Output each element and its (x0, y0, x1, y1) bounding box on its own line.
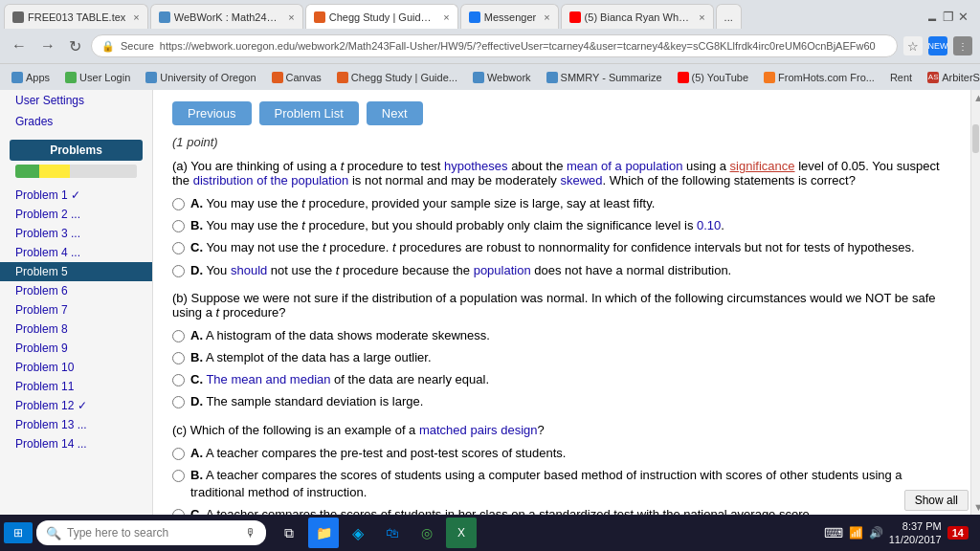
tab-close-icon[interactable]: × (288, 11, 294, 23)
tab-close-icon[interactable]: × (443, 11, 449, 23)
tab-chegg[interactable]: Chegg Study | Guided S... × (305, 4, 458, 29)
chrome-icon[interactable]: ◎ (412, 518, 442, 548)
back-button[interactable]: ← (8, 35, 31, 56)
bookmark-smmry[interactable]: SMMRY - Summarize (543, 70, 666, 85)
problem-item-2[interactable]: Problem 2 ... (0, 205, 152, 224)
sidebar-item-user-settings[interactable]: User Settings (0, 90, 152, 111)
tab-favicon (314, 11, 325, 23)
scroll-up-icon[interactable]: ▲ (971, 90, 980, 105)
problem-item-7[interactable]: Problem 7 (0, 300, 152, 320)
bookmark-icon (546, 72, 558, 83)
problem-item-5[interactable]: Problem 5 (0, 262, 152, 281)
radio-b1[interactable] (172, 330, 185, 342)
nav-buttons: Previous Problem List Next (172, 101, 951, 125)
window-controls: 🗕 ❐ ✕ (919, 10, 976, 24)
problem-item-6[interactable]: Problem 6 (0, 281, 152, 300)
bookmark-webwork[interactable]: Webwork (469, 70, 535, 85)
bookmark-label: Rent (890, 72, 912, 83)
bookmark-icon (678, 72, 689, 83)
show-all-button[interactable]: Show all (904, 490, 969, 511)
bookmark-youtube[interactable]: (5) YouTube (674, 70, 753, 85)
bookmark-label: User Login (79, 72, 130, 83)
problem-list-button[interactable]: Problem List (259, 101, 359, 125)
option-c1: A. A teacher compares the pre-test and p… (172, 445, 951, 462)
radio-b3[interactable] (172, 374, 185, 386)
refresh-button[interactable]: ↻ (65, 35, 85, 57)
tab-favicon (12, 11, 24, 23)
task-view-icon[interactable]: ⧉ (274, 518, 304, 548)
search-input[interactable] (67, 526, 239, 540)
problem-item-8[interactable]: Problem 8 (0, 320, 152, 339)
problem-item-3[interactable]: Problem 3 ... (0, 224, 152, 243)
bookmark-uoregon[interactable]: University of Oregon (142, 70, 259, 85)
extensions-icon[interactable]: ⋮ (953, 36, 972, 55)
keyboard-icon[interactable]: ⌨ (824, 525, 843, 540)
secure-label: Secure (121, 40, 154, 52)
tab-youtube[interactable]: (5) Bianca Ryan Why C... × (561, 4, 714, 29)
scroll-thumb[interactable] (972, 124, 979, 153)
taskbar: ⊞ 🔍 🎙 ⧉ 📁 ◈ 🛍 ◎ X ⌨ 📶 🔊 8:37 PM 11/20/20… (0, 515, 980, 551)
radio-c2[interactable] (172, 470, 185, 482)
problem-item-12[interactable]: Problem 12 ✓ (0, 396, 152, 415)
problem-item-13[interactable]: Problem 13 ... (0, 415, 152, 434)
tab-title: FREE013 TABLE.tex (28, 11, 125, 23)
edge-icon[interactable]: ◈ (343, 518, 373, 548)
radio-a1[interactable] (172, 198, 185, 210)
tab-close-icon[interactable]: × (699, 11, 704, 23)
next-button[interactable]: Next (367, 101, 423, 125)
option-b1-text: A. A histogram of the data shows moderat… (190, 327, 490, 344)
radio-a4[interactable] (172, 265, 185, 277)
radio-b2[interactable] (172, 352, 185, 364)
network-icon[interactable]: 📶 (849, 526, 863, 540)
volume-icon[interactable]: 🔊 (869, 526, 883, 540)
excel-icon[interactable]: X (446, 518, 477, 548)
file-manager-icon[interactable]: 📁 (308, 518, 339, 548)
tab-close-icon[interactable]: × (544, 11, 549, 23)
tab-close-icon[interactable]: × (133, 11, 139, 23)
tab-title: WeBWorK : Math243Fall (174, 11, 281, 23)
tab-webwork[interactable]: WeBWorK : Math243Fall × (150, 4, 303, 29)
tab-free013[interactable]: FREE013 TABLE.tex × (4, 4, 148, 29)
tab-more[interactable]: ... (716, 4, 742, 29)
taskbar-search[interactable]: 🔍 🎙 (36, 520, 266, 545)
problem-item-9[interactable]: Problem 9 (0, 339, 152, 358)
bookmark-rent[interactable]: Rent (886, 70, 916, 85)
bookmark-icon[interactable]: ☆ (903, 36, 923, 55)
previous-button[interactable]: Previous (172, 101, 252, 125)
minimize-icon[interactable]: 🗕 (926, 10, 939, 24)
problem-list: Problem 1 ✓ Problem 2 ... Problem 3 ... … (0, 182, 152, 457)
bookmark-icon (337, 72, 348, 83)
radio-a2[interactable] (172, 220, 185, 232)
bookmark-canvas[interactable]: Canvas (268, 70, 325, 85)
bookmark-label: Apps (26, 72, 50, 83)
radio-b4[interactable] (172, 396, 185, 408)
windows-icon: ⊞ (13, 526, 23, 540)
problem-item-11[interactable]: Problem 11 (0, 377, 152, 396)
bookmark-user-login[interactable]: User Login (61, 70, 134, 85)
scroll-down-icon[interactable]: ▼ (971, 499, 980, 515)
forward-button[interactable]: → (36, 35, 59, 56)
option-c2: B. A teacher compares the scores of stud… (172, 467, 951, 501)
notification-badge[interactable]: 14 (947, 526, 969, 540)
store-icon[interactable]: 🛍 (377, 518, 408, 548)
problem-item-14[interactable]: Problem 14 ... (0, 434, 152, 453)
radio-c1[interactable] (172, 448, 185, 460)
microphone-icon[interactable]: 🎙 (245, 526, 256, 540)
sidebar-item-grades[interactable]: Grades (0, 111, 152, 132)
problem-item-4[interactable]: Problem 4 ... (0, 243, 152, 262)
bookmark-apps[interactable]: Apps (8, 70, 54, 85)
address-text[interactable]: https://webwork.uoregon.edu/webwork2/Mat… (160, 40, 887, 52)
bookmark-fromhots[interactable]: FromHots.com Fro... (760, 70, 879, 85)
bookmark-arbiter[interactable]: AS ArbiterSports.com (924, 70, 980, 85)
tab-messenger[interactable]: Messenger × (460, 4, 559, 29)
scrollbar-vertical[interactable]: ▲ ▼ (970, 90, 980, 515)
close-icon[interactable]: ✕ (958, 10, 969, 24)
problem-item-10[interactable]: Problem 10 (0, 358, 152, 377)
start-button[interactable]: ⊞ (4, 522, 33, 543)
problem-item-1[interactable]: Problem 1 ✓ (0, 186, 152, 205)
new-tab-extension-icon[interactable]: NEW (928, 36, 947, 55)
radio-a3[interactable] (172, 242, 185, 254)
maximize-icon[interactable]: ❐ (943, 10, 954, 24)
bookmark-chegg[interactable]: Chegg Study | Guide... (333, 70, 461, 85)
part-c-text: (c) Which of the following is an example… (172, 423, 951, 437)
